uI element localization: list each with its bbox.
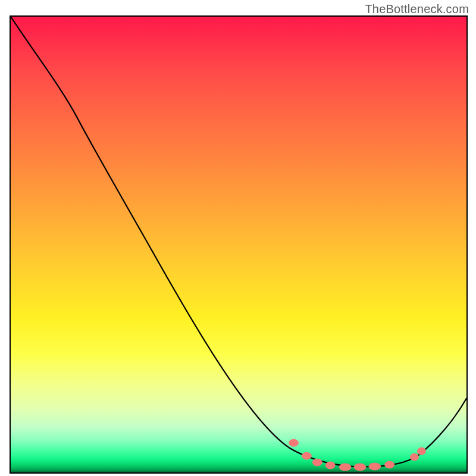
marker-dot [312,459,322,466]
marker-group [289,439,426,471]
chart-container: TheBottleneck.com [0,0,476,476]
marker-dot [354,464,366,471]
marker-dot [369,463,381,470]
marker-dot [417,447,425,455]
curve-path [11,17,466,467]
bottleneck-curve [11,17,466,472]
attribution-text: TheBottleneck.com [365,2,469,16]
plot-area [10,15,468,474]
marker-dot [325,462,335,469]
marker-dot [289,439,299,446]
marker-dot [339,464,351,471]
marker-dot [410,453,418,461]
marker-dot [302,452,311,459]
marker-dot [385,461,394,468]
